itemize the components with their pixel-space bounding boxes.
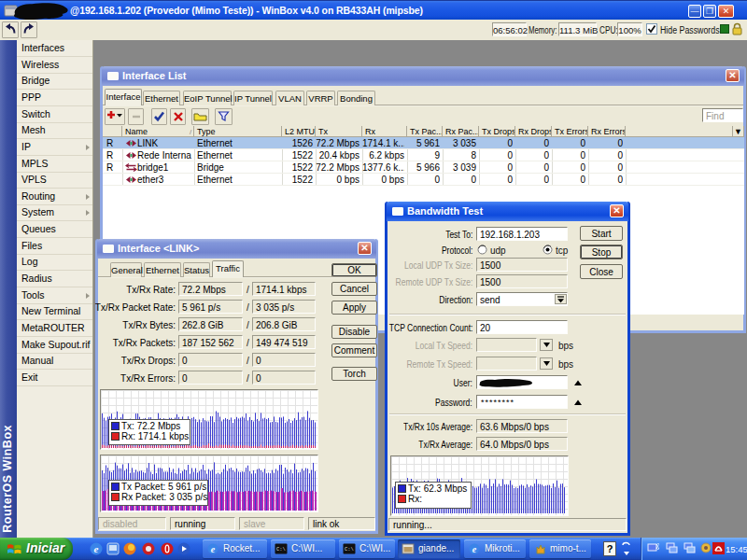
svg-text:e: e bbox=[211, 544, 216, 554]
svg-text:C:\: C:\ bbox=[345, 546, 354, 553]
svg-text:e: e bbox=[472, 544, 477, 554]
svg-text:e: e bbox=[94, 543, 99, 554]
svg-text:C:\: C:\ bbox=[276, 546, 286, 553]
